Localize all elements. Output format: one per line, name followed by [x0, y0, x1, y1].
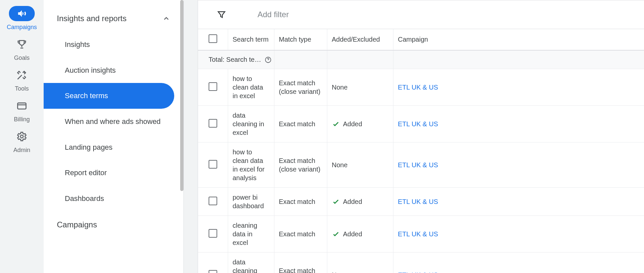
match-type-cell: Exact match (close variant): [274, 142, 327, 188]
panel: Add filter Search term Match type Added/…: [198, 0, 644, 273]
select-all-checkbox[interactable]: [209, 34, 217, 43]
rail-label-goals: Goals: [14, 55, 29, 61]
rail-admin[interactable]: Admin: [0, 129, 44, 154]
svg-point-1: [20, 135, 23, 138]
status-cell: Added: [327, 106, 393, 142]
nav-search-terms[interactable]: Search terms: [44, 83, 174, 109]
rail-label-campaigns: Campaigns: [7, 24, 37, 31]
rail-campaigns[interactable]: Campaigns: [0, 6, 44, 31]
nav-insights[interactable]: Insights: [44, 32, 174, 58]
search-term-cell: cleaning data in excel: [228, 216, 274, 253]
table-row: power bi dashboard Exact match Added ETL…: [198, 188, 644, 216]
status-text: Added: [343, 120, 362, 128]
status-cell: None: [327, 253, 393, 273]
filter-icon: [217, 10, 226, 20]
trophy-icon: [9, 37, 35, 52]
campaign-link[interactable]: ETL UK & US: [398, 230, 438, 238]
match-type-cell: Exact match: [274, 188, 327, 216]
status-text: None: [332, 271, 348, 273]
status-text: None: [332, 84, 348, 91]
nav-landing-pages[interactable]: Landing pages: [44, 135, 174, 160]
total-row: Total: Search te…: [198, 50, 644, 69]
table-row: cleaning data in excel Exact match Added…: [198, 216, 644, 253]
status-text: Added: [343, 198, 362, 206]
row-checkbox[interactable]: [209, 160, 217, 169]
row-checkbox[interactable]: [209, 197, 217, 205]
section-title: Insights and reports: [57, 14, 127, 23]
card-icon: [9, 98, 35, 113]
status-text: Added: [343, 230, 362, 238]
search-term-cell: data cleaning in excel: [228, 106, 274, 142]
section-title-campaigns: Campaigns: [57, 220, 97, 229]
header-search-term[interactable]: Search term: [228, 29, 274, 50]
match-type-cell: Exact match: [274, 106, 327, 142]
nav-dashboards[interactable]: Dashboards: [44, 186, 174, 212]
search-term-cell: data cleaning tools in excel: [228, 253, 274, 273]
rail-label-tools: Tools: [15, 85, 29, 92]
rail-goals[interactable]: Goals: [0, 37, 44, 61]
sidebar-scrollbar-thumb[interactable]: [180, 0, 183, 191]
chevron-up-icon: [162, 15, 170, 22]
table-row: data cleaning tools in excel Exact match…: [198, 253, 644, 273]
check-icon: [332, 120, 340, 128]
campaign-link[interactable]: ETL UK & US: [398, 271, 438, 273]
status-text: None: [332, 161, 348, 169]
campaign-link[interactable]: ETL UK & US: [398, 120, 438, 128]
table-row: how to clean data in excel Exact match (…: [198, 69, 644, 106]
rail-label-billing: Billing: [14, 116, 30, 123]
gear-icon: [9, 129, 35, 144]
table-row: how to clean data in excel for analysis …: [198, 142, 644, 188]
check-icon: [332, 198, 340, 206]
tools-icon: [9, 67, 35, 83]
sidebar-section-insights[interactable]: Insights and reports: [44, 8, 183, 29]
filter-bar[interactable]: Add filter: [198, 0, 644, 29]
match-type-cell: Exact match: [274, 216, 327, 253]
status-cell: Added: [327, 216, 393, 253]
header-added-excluded[interactable]: Added/Excluded: [327, 29, 393, 50]
campaign-link[interactable]: ETL UK & US: [398, 161, 438, 169]
total-label: Total: Search te…: [209, 56, 261, 63]
match-type-cell: Exact match (close variant): [274, 253, 327, 273]
rail-billing[interactable]: Billing: [0, 98, 44, 123]
table-header-row: Search term Match type Added/Excluded Ca…: [198, 29, 644, 50]
search-term-cell: power bi dashboard: [228, 188, 274, 216]
rail-tools[interactable]: Tools: [0, 67, 44, 92]
search-term-cell: how to clean data in excel for analysis: [228, 142, 274, 188]
svg-rect-0: [18, 103, 26, 109]
row-checkbox[interactable]: [209, 119, 217, 128]
status-cell: Added: [327, 188, 393, 216]
header-match-type[interactable]: Match type: [274, 29, 327, 50]
check-icon: [332, 230, 340, 238]
sidebar-scrollbar[interactable]: [180, 0, 183, 273]
search-terms-table: Search term Match type Added/Excluded Ca…: [198, 29, 644, 273]
campaign-link[interactable]: ETL UK & US: [398, 84, 438, 91]
status-cell: None: [327, 69, 393, 106]
nav-auction-insights[interactable]: Auction insights: [44, 58, 174, 83]
sidebar-section-campaigns[interactable]: Campaigns: [44, 212, 183, 235]
nav-list: Insights Auction insights Search terms W…: [44, 29, 183, 212]
campaign-link[interactable]: ETL UK & US: [398, 198, 438, 205]
sidebar: Insights and reports Insights Auction in…: [44, 0, 184, 273]
nav-when-where[interactable]: When and where ads showed: [44, 109, 174, 135]
icon-rail: Campaigns Goals Tools Billing Admin: [0, 0, 44, 273]
header-campaign[interactable]: Campaign: [393, 29, 644, 50]
row-checkbox[interactable]: [209, 270, 217, 273]
match-type-cell: Exact match (close variant): [274, 69, 327, 106]
nav-report-editor[interactable]: Report editor: [44, 160, 174, 186]
main: Add filter Search term Match type Added/…: [184, 0, 644, 273]
search-term-cell: how to clean data in excel: [228, 69, 274, 106]
table-row: data cleaning in excel Exact match Added…: [198, 106, 644, 142]
help-icon[interactable]: [264, 56, 272, 63]
status-cell: None: [327, 142, 393, 188]
filter-placeholder: Add filter: [258, 10, 289, 19]
row-checkbox[interactable]: [209, 82, 217, 91]
megaphone-icon: [9, 6, 35, 21]
row-checkbox[interactable]: [209, 229, 217, 238]
rail-label-admin: Admin: [13, 147, 30, 154]
